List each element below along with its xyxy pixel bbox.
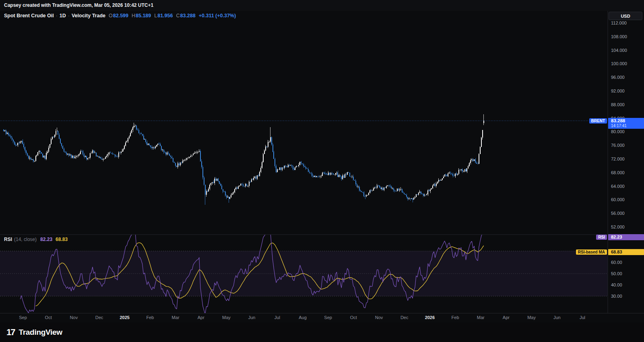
year-label: 2026 <box>425 315 435 320</box>
tradingview-logo-text: TradingView <box>19 328 62 337</box>
month-label: Oct <box>350 315 357 320</box>
rsi-title[interactable]: RSI <box>4 237 12 242</box>
rsi-ma-value-box: 68.83 <box>608 249 644 255</box>
month-label: Apr <box>503 315 510 320</box>
month-label: Jul <box>580 315 585 320</box>
price-tick-label: 100.000 <box>611 61 627 66</box>
tradingview-logo-mark: 17 <box>6 327 14 338</box>
attribution-bar: Capsey created with TradingView.com, Mar… <box>0 0 644 11</box>
month-label: Nov <box>375 315 383 320</box>
price-tick-label: 64.000 <box>611 184 625 189</box>
price-tick-label: 72.000 <box>611 157 625 161</box>
price-tick-label: 96.000 <box>611 75 625 80</box>
interval-button[interactable]: 1D <box>60 13 66 19</box>
month-label: Feb <box>146 315 154 320</box>
tradingview-logo[interactable]: 17 TradingView <box>6 327 62 338</box>
rsi-tick-label: 50.00 <box>611 271 622 276</box>
attribution-text: Capsey created with TradingView.com, Mar… <box>4 2 153 8</box>
open-label: O <box>109 13 113 19</box>
price-tick-label: 88.000 <box>611 102 625 107</box>
symbol-name[interactable]: Spot Brent Crude Oil <box>4 13 54 19</box>
price-tick-label: 68.000 <box>611 170 625 175</box>
rsi-value-box: 82.23 <box>608 234 644 240</box>
rsi-tag: RSI <box>596 235 607 240</box>
legend-separator: · <box>56 13 58 19</box>
month-label: Jun <box>248 315 256 320</box>
close-value: 83.288 <box>180 13 195 19</box>
close-label: C <box>176 13 180 19</box>
price-tick-label: 52.000 <box>611 225 625 229</box>
price-tick-label: 92.000 <box>611 89 625 93</box>
price-tick-label: 56.000 <box>611 211 625 216</box>
month-label: May <box>527 315 536 320</box>
change-value: +0.311 (+0.37%) <box>199 13 236 19</box>
month-label: Apr <box>198 315 204 320</box>
open-value: 82.599 <box>113 13 128 19</box>
high-label: H <box>132 13 135 19</box>
rsi-ma-value: 68.83 <box>56 237 68 242</box>
month-label: Aug <box>299 315 307 320</box>
price-tick-label: 80.000 <box>611 129 625 134</box>
rsi-value: 82.23 <box>40 237 52 242</box>
low-label: L <box>154 13 157 19</box>
month-label: Dec <box>95 315 103 320</box>
price-tick-label: 104.000 <box>611 48 627 53</box>
rsi-value-badge[interactable]: RSI 82.23 <box>596 234 644 240</box>
price-tick-label: 76.000 <box>611 143 625 148</box>
rsi-tick-label: 60.00 <box>611 260 622 265</box>
month-label: Dec <box>400 315 409 320</box>
month-label: Jun <box>553 315 561 320</box>
last-price-badge[interactable]: BRENT 83.288 14:17:41 <box>589 118 644 129</box>
rsi-tick-label: 40.00 <box>611 282 622 287</box>
exchange-name[interactable]: Velocity Trade <box>72 13 105 19</box>
month-label: Jul <box>275 315 280 320</box>
month-label: Sep <box>19 315 27 320</box>
rsi-indicator-legend: RSI (14, close) 82.23 68.83 <box>4 237 68 242</box>
rsi-ma-tag: RSI-based MA <box>576 249 607 255</box>
rsi-tick-label: 30.00 <box>611 294 622 299</box>
chart-canvas[interactable] <box>0 11 644 313</box>
currency-toggle-button[interactable]: USD <box>609 12 642 20</box>
candles-layer[interactable] <box>3 114 484 205</box>
month-label: Mar <box>172 315 180 320</box>
symbol-legend: Spot Brent Crude Oil · 1D · Velocity Tra… <box>4 13 236 19</box>
footer-bar: 17 TradingView <box>0 322 644 342</box>
month-label: Oct <box>45 315 52 320</box>
tradingview-app: Capsey created with TradingView.com, Mar… <box>0 0 644 342</box>
high-value: 85.189 <box>136 13 151 19</box>
last-price-value: 83.288 <box>611 118 644 124</box>
year-label: 2025 <box>120 315 129 320</box>
low-value: 81.956 <box>157 13 173 19</box>
bar-countdown: 14:17:41 <box>611 124 644 128</box>
price-tick-label: 108.000 <box>611 34 627 39</box>
legend-separator: · <box>68 13 70 19</box>
rsi-params: (14, close) <box>14 237 37 242</box>
month-label: Feb <box>452 315 459 320</box>
month-label: Nov <box>70 315 78 320</box>
price-tick-label: 112.000 <box>611 21 627 25</box>
rsi-ma-value-badge[interactable]: RSI-based MA 68.83 <box>576 249 644 255</box>
symbol-tag: BRENT <box>589 118 607 124</box>
month-label: Mar <box>477 315 485 320</box>
month-label: May <box>222 315 231 320</box>
month-label: Sep <box>324 315 332 320</box>
last-price-box: 83.288 14:17:41 <box>608 118 644 129</box>
price-tick-label: 60.000 <box>611 197 625 202</box>
